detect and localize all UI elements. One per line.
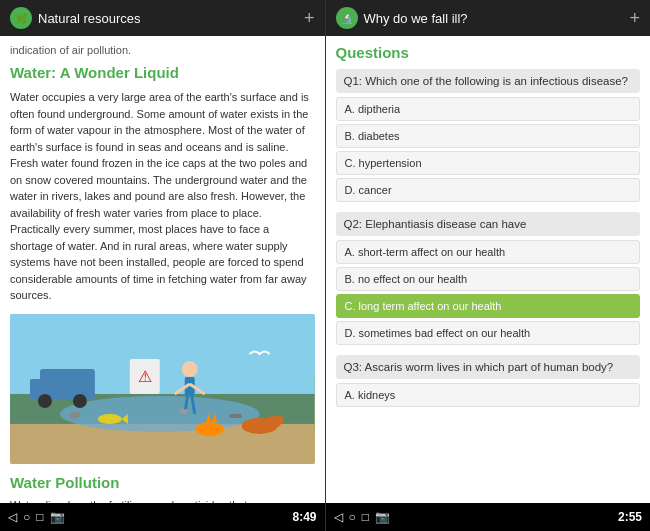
right-back-icon[interactable]: ◁: [334, 510, 343, 524]
left-status-bar: ◁ ○ □ 📷 8:49: [0, 503, 325, 531]
home-icon[interactable]: ○: [23, 510, 30, 524]
left-header-plus-button[interactable]: +: [304, 8, 315, 29]
q2-option-c[interactable]: C. long term affect on our health: [336, 294, 641, 318]
question-2-text: Q2: Elephantiasis disease can have: [336, 212, 641, 236]
left-panel: 🌿 Natural resources + indication of air …: [0, 0, 325, 531]
left-status-time: 8:49: [292, 510, 316, 524]
left-app-icon: 🌿: [10, 7, 32, 29]
q2-option-a[interactable]: A. short-term affect on our health: [336, 240, 641, 264]
svg-point-6: [38, 393, 52, 407]
svg-rect-26: [230, 413, 242, 417]
indication-text: indication of air pollution.: [10, 44, 315, 56]
right-header-left: 🔬 Why do we fall ill?: [336, 7, 468, 29]
right-camera-icon[interactable]: 📷: [375, 510, 390, 524]
q1-option-b[interactable]: B. diabetes: [336, 124, 641, 148]
q1-option-a[interactable]: A. diptheria: [336, 97, 641, 121]
svg-point-7: [73, 393, 87, 407]
svg-text:⚠: ⚠: [138, 368, 152, 385]
right-nav-icons: ◁ ○ □ 📷: [334, 510, 391, 524]
q2-option-b[interactable]: B. no effect on our health: [336, 267, 641, 291]
question-2-block: Q2: Elephantiasis disease can have A. sh…: [336, 212, 641, 345]
right-home-icon[interactable]: ○: [349, 510, 356, 524]
question-1-block: Q1: Which one of the following is an inf…: [336, 69, 641, 202]
right-app-icon: 🔬: [336, 7, 358, 29]
right-panel: 🔬 Why do we fall ill? + Questions Q1: Wh…: [326, 0, 651, 531]
water-body-text: Water occupies a very large area of the …: [10, 89, 315, 304]
right-status-time: 2:55: [618, 510, 642, 524]
right-recents-icon[interactable]: □: [362, 510, 369, 524]
left-header: 🌿 Natural resources +: [0, 0, 325, 36]
q1-option-d[interactable]: D. cancer: [336, 178, 641, 202]
camera-icon[interactable]: 📷: [50, 510, 65, 524]
recents-icon[interactable]: □: [36, 510, 43, 524]
left-header-title: Natural resources: [38, 11, 141, 26]
left-nav-icons: ◁ ○ □ 📷: [8, 510, 65, 524]
left-header-left: 🌿 Natural resources: [10, 7, 141, 29]
svg-point-21: [196, 421, 224, 435]
right-header: 🔬 Why do we fall ill? +: [326, 0, 651, 36]
left-content: indication of air pollution. Water: A Wo…: [0, 36, 325, 503]
svg-point-3: [60, 395, 260, 431]
question-3-block: Q3: Ascaris worm lives in which part of …: [336, 355, 641, 407]
svg-point-20: [276, 415, 284, 423]
q2-option-d[interactable]: D. sometimes bad effect on our health: [336, 321, 641, 345]
right-status-bar: ◁ ○ □ 📷 2:55: [326, 503, 651, 531]
right-header-plus-button[interactable]: +: [629, 8, 640, 29]
question-3-text: Q3: Ascaris worm lives in which part of …: [336, 355, 641, 379]
svg-point-10: [182, 361, 198, 377]
svg-point-16: [98, 413, 122, 423]
questions-heading: Questions: [336, 44, 641, 61]
q3-option-a[interactable]: A. kidneys: [336, 383, 641, 407]
q1-option-c[interactable]: C. hypertension: [336, 151, 641, 175]
back-icon[interactable]: ◁: [8, 510, 17, 524]
right-header-title: Why do we fall ill?: [364, 11, 468, 26]
water-pollution-cartoon: ⚠: [10, 314, 315, 464]
water-section-heading: Water: A Wonder Liquid: [10, 64, 315, 81]
right-content: Questions Q1: Which one of the following…: [326, 36, 651, 503]
water-pollution-heading: Water Pollution: [10, 474, 315, 491]
question-1-text: Q1: Which one of the following is an inf…: [336, 69, 641, 93]
